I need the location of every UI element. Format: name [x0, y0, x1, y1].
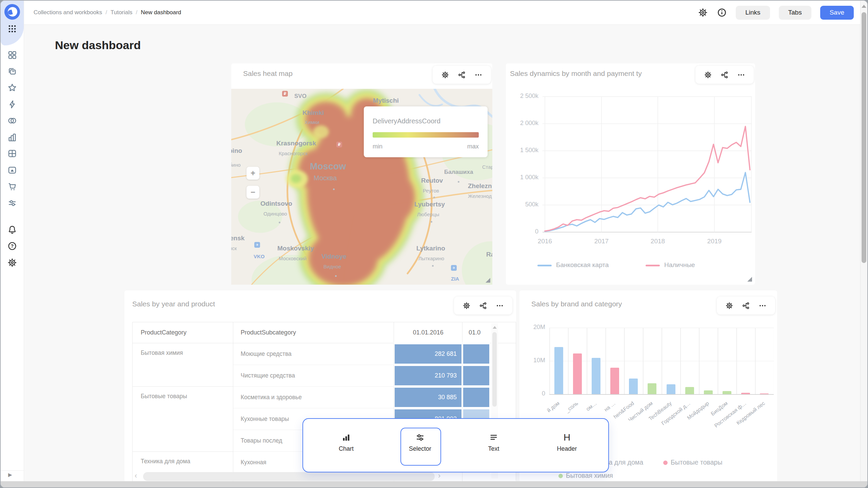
selector-icon	[415, 432, 425, 443]
save-button[interactable]: Save	[820, 6, 854, 20]
widget-settings-gear-icon[interactable]	[704, 71, 712, 79]
header-icon: H	[562, 432, 572, 443]
toolbar-item-header[interactable]: H Header	[540, 419, 594, 472]
map-label	[432, 265, 434, 267]
sidebar-item-tables[interactable]	[6, 148, 18, 159]
y-axis-tick: 20M	[519, 324, 545, 331]
map-label: ZIA	[451, 276, 459, 282]
cell-product-category: Бытовая химия	[133, 343, 233, 386]
widget-more-icon[interactable]	[474, 71, 482, 79]
widget-resize-handle[interactable]	[747, 277, 752, 282]
map-label: Khimki	[302, 109, 324, 117]
sidebar-item-connections[interactable]	[6, 99, 18, 110]
sidebar-item-favorites[interactable]	[6, 82, 18, 94]
y-axis-tick: 0	[509, 228, 538, 235]
widget-settings-gear-icon[interactable]	[441, 71, 449, 79]
legend-line-swatch[interactable]	[646, 265, 660, 266]
widget-more-icon[interactable]	[758, 302, 767, 310]
map-label: Ra	[486, 251, 492, 258]
toolbar-item-chart[interactable]: Chart	[319, 419, 373, 472]
breadcrumb-tutorials[interactable]: Tutorials	[111, 9, 133, 16]
column-header-2017-clipped[interactable]: 01.0	[462, 322, 490, 343]
map-label: Реутов	[423, 188, 439, 194]
map-label: Люберцы	[417, 211, 439, 217]
sidebar-expand-arrow[interactable]: ▶	[8, 472, 12, 478]
browser-window: ? ▶ Collections and workbooks / Tutorial…	[0, 0, 868, 488]
scrollbar-thumb	[492, 332, 497, 407]
sidebar-item-charts[interactable]	[6, 131, 18, 143]
notifications-bell-icon[interactable]	[6, 224, 18, 236]
bar-Чистый дом	[648, 383, 656, 394]
map-zoom-out-button[interactable]: −	[246, 186, 259, 199]
line-chart-plot	[542, 97, 752, 232]
legend-item-card[interactable]: Банковская карта	[556, 261, 609, 269]
widget-more-icon[interactable]	[737, 71, 745, 79]
legend-item-cash[interactable]: Наличные	[664, 261, 695, 269]
table-scroll-left-icon[interactable]: ‹	[135, 471, 137, 480]
map-canvas[interactable]: ₽SVOMytischiKhimkiХимкиKrasnogorskКрасно…	[231, 89, 492, 285]
series-Банковская карта	[545, 172, 750, 231]
widget-title: Sales dynamics by month and payment ty	[510, 69, 695, 78]
toolbar-item-text[interactable]: Text	[467, 419, 521, 472]
sidebar-item-marketplace[interactable]	[6, 181, 18, 192]
map-label: Krasnogorsk	[276, 140, 316, 147]
breadcrumb-collections[interactable]: Collections and workbooks	[34, 9, 102, 16]
legend-item[interactable]: Бытовые товары	[671, 459, 722, 466]
map-label: Vidnoye	[321, 253, 347, 260]
widget-settings-gear-icon[interactable]	[725, 302, 733, 310]
settings-gear-icon[interactable]	[6, 257, 18, 268]
column-header-2016[interactable]: 01.01.2016	[394, 322, 462, 343]
table-scroll-right-icon[interactable]: ›	[438, 471, 440, 480]
map-label: ✈	[254, 242, 260, 248]
sidebar-item-dashboards[interactable]	[6, 49, 18, 61]
legend-dot[interactable]	[558, 474, 563, 478]
widget-links-icon[interactable]	[479, 302, 487, 310]
sidebar-item-services[interactable]	[6, 197, 18, 209]
map-label	[433, 197, 435, 198]
heatmap-legend-max: max	[467, 143, 479, 150]
bar-Ростовская ф…	[741, 393, 750, 394]
legend-dot[interactable]	[663, 461, 668, 465]
widget-resize-handle[interactable]	[486, 278, 490, 283]
table-header-row: ProductCategory ProductSubcategory 01.01…	[133, 322, 516, 343]
sidebar-divider	[1, 470, 24, 471]
widget-links-icon[interactable]	[458, 71, 466, 79]
bar-hen&Food	[629, 379, 638, 394]
toolbar-item-selector[interactable]: Selector	[393, 419, 447, 472]
links-button[interactable]: Links	[736, 6, 770, 20]
breadcrumb-separator: /	[136, 9, 138, 16]
map-zoom-in-button[interactable]: +	[246, 167, 259, 180]
breadcrumb-current: New dashboard	[141, 9, 181, 16]
help-icon[interactable]: ?	[6, 240, 18, 252]
widget-more-icon[interactable]	[496, 302, 504, 310]
map-label: Lyubertsy	[414, 201, 445, 208]
table-horizontal-scrollbar[interactable]	[143, 472, 435, 481]
widget-sales-heat-map: Sales heat map	[231, 63, 492, 285]
apps-grid-icon[interactable]	[6, 23, 18, 35]
sidebar-item-gallery[interactable]	[6, 164, 18, 176]
legend-line-swatch[interactable]	[537, 265, 552, 266]
info-icon[interactable]	[717, 7, 727, 18]
tabs-button[interactable]: Tabs	[779, 6, 811, 20]
add-item-toolbar: Chart Selector Text H Header	[302, 418, 609, 472]
map-label: Moskovskiy	[277, 245, 314, 252]
map-label: ensk	[231, 235, 244, 242]
heatmap-widget-actions	[433, 66, 491, 84]
y-axis-tick: 1 000k	[509, 174, 538, 181]
legend-item[interactable]: Бытовая химия	[566, 472, 613, 480]
widget-settings-gear-icon[interactable]	[462, 302, 471, 310]
page-vertical-scrollbar[interactable]	[860, 1, 867, 481]
widget-links-icon[interactable]	[721, 71, 729, 79]
column-header-product-category[interactable]: ProductCategory	[133, 322, 233, 343]
column-header-product-subcategory[interactable]: ProductSubcategory	[233, 322, 394, 343]
sidebar-item-collections[interactable]	[6, 66, 18, 77]
map-label: нск	[231, 245, 237, 251]
breadcrumb: Collections and workbooks / Tutorials / …	[34, 1, 181, 24]
cell-value	[462, 343, 490, 365]
dashboard-settings-gear-icon[interactable]	[698, 7, 708, 18]
heatmap-legend-card: DeliveryAddressCoord min max	[364, 106, 488, 157]
sidebar-item-datasets[interactable]	[6, 115, 18, 126]
scrollbar-thumb[interactable]	[862, 12, 866, 263]
map-label: Железнод	[468, 193, 492, 199]
widget-links-icon[interactable]	[742, 302, 750, 310]
